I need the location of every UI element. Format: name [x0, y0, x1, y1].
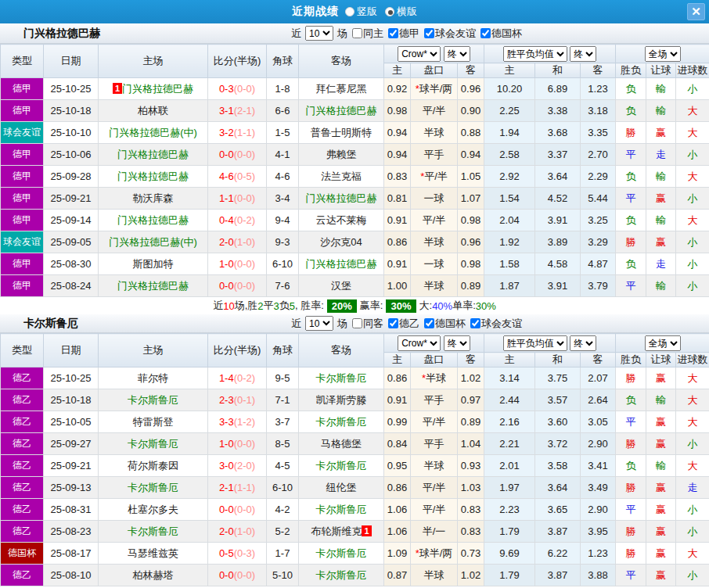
corner-cell: 4-6: [267, 166, 299, 188]
filter-option[interactable]: 球会友谊: [470, 317, 522, 331]
filter-checkbox[interactable]: [352, 318, 362, 328]
filter-checkbox[interactable]: [388, 318, 398, 328]
titlebar: 近期战绩 竖版横版 ✕: [0, 0, 709, 23]
match-row: 德甲25-10-18柏林联3-1(2-1)6-6门兴格拉德巴赫0.98平/半0.…: [1, 100, 709, 122]
avg-draw-cell: 3.87: [535, 565, 581, 586]
halftime-score: (0-3): [234, 547, 255, 559]
fulltime-score: 0-3: [219, 83, 234, 95]
filter-checkbox[interactable]: [352, 28, 362, 38]
red-card-badge: 1: [362, 525, 371, 536]
handicap-result-cell: 輸: [646, 78, 676, 100]
handicap-result-cell: 赢: [646, 521, 676, 543]
away-odds-cell: 0.97: [458, 389, 484, 411]
filter-option[interactable]: 德乙: [388, 317, 419, 331]
odds-company-select[interactable]: Crow*: [398, 46, 441, 62]
matches-tbody: 德甲25-10-251门兴格拉德巴赫0-3(0-0)1-8拜仁慕尼黑0.92*球…: [1, 78, 709, 297]
handicap-result-cell: 輸: [646, 210, 676, 231]
away-team-cell: 拜仁慕尼黑: [299, 78, 384, 100]
recent-count-select[interactable]: 10: [305, 26, 333, 41]
odds-company-select[interactable]: Crow*: [398, 335, 441, 351]
corner-cell: 9-4: [267, 210, 299, 231]
result-cell: 平: [616, 499, 646, 521]
date-cell: 25-10-18: [44, 389, 99, 411]
handicap-cell: 一球: [411, 188, 458, 210]
fulltime-select[interactable]: 全场: [645, 46, 681, 62]
halftime-score: (1-0): [234, 525, 255, 537]
subcol-handicap-result: 让球: [646, 63, 676, 78]
type-cell: 德乙: [1, 389, 44, 411]
team-label: 柏林联: [138, 105, 168, 117]
recent-count-select[interactable]: 10: [305, 316, 333, 331]
type-cell: 德甲: [1, 100, 44, 122]
handicap-result-cell: 赢: [646, 188, 676, 210]
type-cell: 德甲: [1, 144, 44, 166]
filter-checkbox[interactable]: [480, 28, 491, 38]
games-label: 场: [337, 317, 347, 331]
avg-away-cell: 2.70: [581, 144, 616, 166]
filter-checkbox[interactable]: [470, 318, 480, 328]
score-cell: 2-3(0-1): [208, 389, 267, 411]
away-team-cell: 汉堡: [299, 275, 384, 297]
match-row: 德甲25-08-24门兴格拉德巴赫0-0(0-0)7-6汉堡1.00半球0.89…: [1, 275, 709, 297]
avg-type-select[interactable]: 胜平负均值: [503, 46, 567, 62]
filter-option[interactable]: 德国杯: [424, 317, 466, 331]
avg-home-cell: 2.25: [484, 100, 535, 122]
type-cell: 德乙: [1, 477, 44, 499]
result-cell: 平: [616, 411, 646, 433]
home-odds-cell: 1.09: [384, 543, 411, 565]
away-odds-cell: 1.02: [458, 368, 484, 389]
type-cell: 德乙: [1, 411, 44, 433]
goals-result-cell: 大: [676, 411, 709, 433]
result-cell: 勝: [616, 521, 646, 543]
filter-option[interactable]: 球会友谊: [424, 27, 476, 41]
close-button[interactable]: ✕: [687, 3, 705, 20]
layout-radio-horizontal[interactable]: 横版: [385, 5, 417, 19]
away-team-cell: 纽伦堡: [299, 477, 384, 499]
fulltime-score: 2-3: [219, 394, 234, 406]
odds-time-select[interactable]: 终: [444, 335, 470, 351]
goals-result-cell: 小: [676, 78, 709, 100]
filter-option[interactable]: 同客: [352, 317, 383, 331]
corner-cell: 3-4: [267, 188, 299, 210]
match-filters: 近10场同客德乙德国杯球会友谊: [291, 314, 522, 332]
team-label: 卡尔斯鲁厄: [316, 416, 367, 428]
score-cell: 0-0(0-0): [208, 275, 267, 297]
date-cell: 25-08-24: [44, 275, 99, 297]
filter-option[interactable]: 德甲: [388, 27, 419, 41]
filter-checkbox[interactable]: [424, 28, 434, 38]
handicap-result-cell: 輸: [646, 455, 676, 477]
result-cell: 负: [616, 78, 646, 100]
odds-time-select[interactable]: 终: [444, 46, 470, 62]
layout-radio-vertical[interactable]: 竖版: [345, 5, 377, 19]
match-row: 德国杯25-08-17马瑟维兹英0-5(0-3)1-7卡尔斯鲁厄1.09*球半/…: [1, 543, 709, 565]
home-team-cell: 门兴格拉德巴赫: [99, 275, 208, 297]
date-cell: 25-08-30: [44, 253, 99, 275]
team-label: 卡尔斯鲁厄: [128, 525, 178, 537]
col-header-score: 比分(半场): [208, 334, 267, 368]
filter-option[interactable]: 德国杯: [480, 27, 522, 41]
date-cell: 25-09-14: [44, 210, 99, 231]
avg-time-select[interactable]: 终: [570, 46, 596, 62]
fulltime-score: 2-1: [219, 482, 234, 493]
filter-checkbox[interactable]: [424, 318, 434, 328]
type-cell: 德国杯: [1, 543, 44, 565]
avg-time-select[interactable]: 终: [570, 335, 596, 351]
result-cell: 平: [616, 188, 646, 210]
home-team-cell: 勒沃库森: [99, 188, 208, 210]
match-row: 德乙25-08-31杜塞尔多夫0-0(0-0)4-2卡尔斯鲁厄1.06平/半0.…: [1, 499, 709, 521]
away-odds-cell: 0.89: [458, 411, 484, 433]
filter-checkbox[interactable]: [388, 28, 398, 38]
match-row: 德乙25-09-13卡尔斯鲁厄2-1(1-1)6-10纽伦堡0.86平/半1.0…: [1, 477, 709, 499]
goals-result-cell: 小: [676, 565, 709, 586]
avg-type-select[interactable]: 胜平负均值: [503, 335, 567, 351]
subcol-odds-home: 主: [384, 63, 411, 78]
filter-option[interactable]: 同主: [352, 27, 383, 41]
away-team-cell: 门兴格拉德巴赫: [299, 100, 384, 122]
fulltime-select[interactable]: 全场: [645, 335, 681, 351]
avg-home-cell: 9.69: [484, 543, 535, 565]
match-filters: 近10场同主德甲球会友谊德国杯: [291, 23, 522, 43]
match-row: 德甲25-09-21勒沃库森1-1(0-0)3-4门兴格拉德巴赫0.81一球1.…: [1, 188, 709, 210]
date-cell: 25-09-05: [44, 231, 99, 253]
avg-home-cell: 2.16: [484, 411, 535, 433]
date-cell: 25-09-21: [44, 188, 99, 210]
